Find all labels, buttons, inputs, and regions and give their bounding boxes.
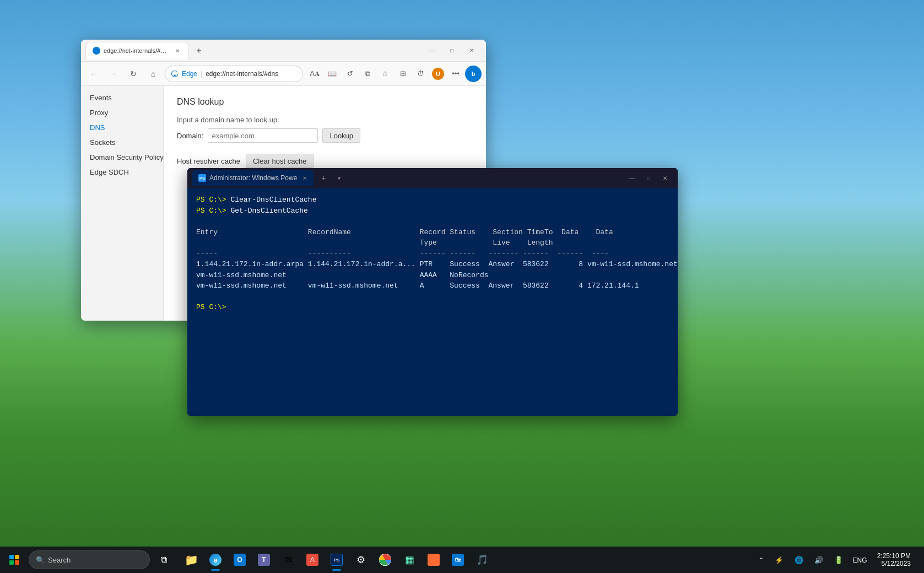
- ps-data-row-1: 1.144.21.172.in-addr.arpa 1.144.21.172.i…: [196, 259, 669, 270]
- dns-form-row: Domain: Lookup: [177, 128, 473, 143]
- taskbar-app-icon-3[interactable]: [422, 548, 445, 572]
- volume-icon-btn[interactable]: 🔊: [810, 554, 828, 566]
- history-button[interactable]: ⏱: [412, 66, 429, 82]
- chevron-up-icon: ⌃: [759, 556, 764, 564]
- split-screen-button[interactable]: ⧉: [359, 66, 376, 82]
- new-tab-button[interactable]: +: [191, 43, 207, 58]
- powershell-icon: PS: [331, 554, 343, 566]
- ps-line-blank-2: [196, 291, 669, 302]
- search-label: Search: [48, 556, 71, 564]
- app-icon-1: A: [306, 554, 318, 566]
- network-icon: 🌐: [795, 556, 803, 564]
- powershell-window: PS Administrator: Windows Powe ✕ + ▾ — □…: [187, 168, 678, 416]
- taskbar-file-explorer[interactable]: 📁: [180, 548, 203, 572]
- browser-nav-tools: A𝐀 📖 ↺ ⧉ ☆ ⊞ ⏱ U ••• b: [306, 66, 482, 82]
- ps-prompt-line: PS C:\>: [196, 302, 669, 313]
- app-icon-3: [428, 554, 440, 566]
- bluetooth-icon-btn[interactable]: ⚡: [770, 554, 788, 566]
- sidebar-item-proxy[interactable]: Proxy: [81, 105, 163, 120]
- home-button[interactable]: ⌂: [145, 66, 161, 82]
- tab-favicon: [93, 47, 100, 55]
- url-text: edge://net-internals/#dns: [206, 70, 278, 78]
- taskbar-chrome[interactable]: [374, 548, 397, 572]
- dns-input-label: Input a domain name to look up:: [177, 116, 473, 124]
- address-bar[interactable]: Edge | edge://net-internals/#dns: [165, 66, 303, 82]
- sidebar-item-dns[interactable]: DNS: [81, 120, 163, 135]
- ps-separator: ----- ---------- ------ ------ ------- -…: [196, 248, 669, 260]
- ps-new-tab-button[interactable]: +: [317, 171, 330, 185]
- network-icon-btn[interactable]: 🌐: [790, 554, 808, 566]
- task-view-button[interactable]: ⧉: [152, 548, 175, 572]
- show-desktop-button[interactable]: [917, 548, 920, 572]
- browser-maximize-button[interactable]: □: [442, 42, 462, 60]
- taskbar-app-icon-1[interactable]: A: [301, 548, 324, 572]
- collections-button[interactable]: ⊞: [395, 66, 411, 82]
- language-indicator[interactable]: ENG: [850, 554, 871, 566]
- ps-line-1: PS C:\> Clear-DnsClientCache: [196, 194, 669, 206]
- browser-minimize-button[interactable]: —: [422, 42, 442, 60]
- start-button[interactable]: [2, 548, 26, 572]
- ps-data-row-2: vm-w11-ssd.mshome.net AAAA NoRecords: [196, 270, 669, 281]
- ps-tab[interactable]: PS Administrator: Windows Powe ✕: [192, 170, 314, 186]
- ps-titlebar: PS Administrator: Windows Powe ✕ + ▾ — □…: [187, 168, 678, 188]
- taskbar-teams[interactable]: T: [252, 548, 275, 572]
- taskbar-app-icon-2[interactable]: ▦: [398, 548, 421, 572]
- tab-title: edge://net-internals/#dns: [104, 47, 170, 54]
- ps-maximize-button[interactable]: □: [640, 170, 657, 186]
- browser-close-button[interactable]: ✕: [462, 42, 482, 60]
- ps-line-blank-1: [196, 216, 669, 227]
- system-tray-icons[interactable]: ⌃: [754, 554, 768, 566]
- bing-chat-button[interactable]: b: [465, 66, 482, 82]
- more-tools-button[interactable]: •••: [447, 66, 464, 82]
- read-aloud-button[interactable]: A𝐀: [306, 66, 323, 82]
- tab-close-button[interactable]: ✕: [173, 46, 182, 55]
- taskbar-outlook[interactable]: O: [228, 548, 251, 572]
- ps-minimize-button[interactable]: —: [624, 170, 640, 186]
- dns-form: Input a domain name to look up: Domain: …: [177, 116, 473, 143]
- dns-domain-label: Domain:: [177, 132, 203, 140]
- browser-nav: ← → ↻ ⌂ Edge | edge://net-internals/#dns…: [81, 62, 486, 86]
- taskbar-settings[interactable]: ⚙: [349, 548, 372, 572]
- ps-header-1: Entry RecordName Record Status Section T…: [196, 227, 669, 238]
- taskbar-store[interactable]: 🛍: [446, 548, 469, 572]
- windows-logo-icon: [9, 555, 19, 565]
- ps-header-2: Type Live Length: [196, 237, 669, 248]
- refresh-page-button[interactable]: ↺: [342, 66, 358, 82]
- ps-content[interactable]: PS C:\> Clear-DnsClientCache PS C:\> Get…: [187, 188, 678, 416]
- taskbar-powershell[interactable]: PS: [325, 548, 348, 572]
- forward-button[interactable]: →: [105, 66, 122, 82]
- taskbar-music[interactable]: 🎵: [471, 548, 494, 572]
- chrome-icon: [379, 554, 391, 566]
- ps-tab-dropdown[interactable]: ▾: [333, 171, 344, 185]
- taskbar-edge[interactable]: e: [204, 548, 227, 572]
- system-clock[interactable]: 2:25:10 PM 5/12/2023: [873, 551, 915, 569]
- battery-icon-btn[interactable]: 🔋: [830, 554, 847, 566]
- clock-time: 2:25:10 PM: [877, 552, 911, 560]
- dns-domain-input[interactable]: [208, 128, 318, 143]
- dns-lookup-button[interactable]: Lookup: [322, 128, 360, 143]
- browser-sidebar: Events Proxy DNS Sockets Domain Security…: [81, 86, 164, 321]
- battery-icon: 🔋: [834, 556, 843, 564]
- taskbar-search[interactable]: 🔍 Search: [29, 550, 150, 569]
- edge-logo-icon: [171, 70, 179, 78]
- desktop: edge://net-internals/#dns ✕ + — □ ✕ ← → …: [0, 0, 924, 573]
- search-icon: 🔍: [36, 556, 45, 564]
- file-explorer-icon: 📁: [185, 553, 198, 566]
- profile-button[interactable]: U: [430, 66, 446, 82]
- ps-close-button[interactable]: ✕: [657, 170, 673, 186]
- music-icon: 🎵: [476, 554, 488, 566]
- sidebar-item-edge-sdch[interactable]: Edge SDCH: [81, 165, 163, 180]
- ps-tab-close[interactable]: ✕: [302, 175, 307, 181]
- refresh-button[interactable]: ↻: [125, 66, 142, 82]
- sidebar-item-domain-security[interactable]: Domain Security Policy: [81, 150, 163, 165]
- taskbar-mail[interactable]: ✉: [277, 548, 300, 572]
- sidebar-item-sockets[interactable]: Sockets: [81, 135, 163, 150]
- bluetooth-icon: ⚡: [775, 556, 783, 564]
- immersive-reader-button[interactable]: 📖: [324, 66, 341, 82]
- clear-host-cache-button[interactable]: Clear host cache: [246, 154, 314, 168]
- address-separator: |: [201, 70, 202, 78]
- back-button[interactable]: ←: [85, 66, 102, 82]
- browser-tab[interactable]: edge://net-internals/#dns ✕: [85, 42, 189, 60]
- sidebar-item-events[interactable]: Events: [81, 90, 163, 105]
- favorites-button[interactable]: ☆: [377, 66, 393, 82]
